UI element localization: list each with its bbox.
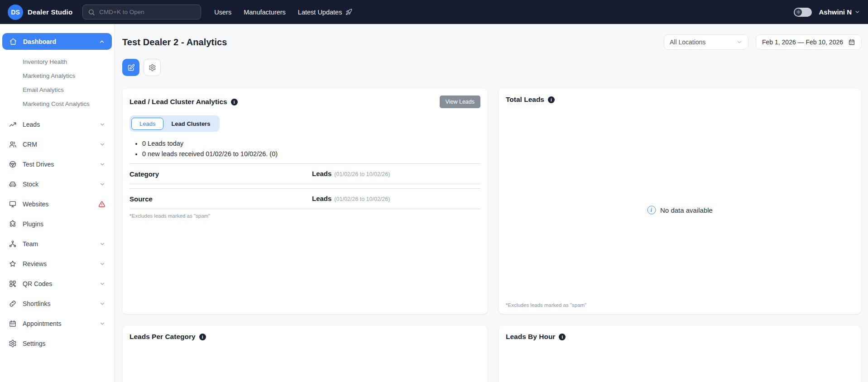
- cards-grid: Lead / Lead Cluster Analytics i View Lea…: [122, 88, 862, 382]
- empty-state-text: No data available: [660, 206, 713, 214]
- info-icon[interactable]: i: [199, 334, 206, 340]
- warning-triangle-icon: [98, 201, 106, 208]
- sidebar-item-appointments[interactable]: Appointments: [0, 314, 114, 334]
- sidebar-item-dashboard[interactable]: Dashboard: [2, 33, 112, 50]
- sidebar-item-label: Dashboard: [23, 38, 56, 45]
- trending-up-icon: [9, 120, 17, 129]
- column-header-leads: Leads: [312, 170, 331, 177]
- leads-per-category-card: Leads Per Category i: [122, 325, 488, 382]
- sidebar-item-crm[interactable]: CRM: [0, 134, 114, 154]
- sidebar-item-marketing-cost-analytics[interactable]: Marketing Cost Analytics: [0, 97, 114, 111]
- chevron-down-icon: [99, 301, 106, 307]
- tab-leads[interactable]: Leads: [131, 118, 163, 130]
- qr-code-icon: [9, 280, 17, 288]
- sidebar-item-websites[interactable]: Websites: [0, 194, 114, 214]
- sidebar-item-reviews[interactable]: Reviews: [0, 254, 114, 274]
- info-icon[interactable]: i: [231, 99, 238, 105]
- card-title-text: Lead / Lead Cluster Analytics: [129, 98, 227, 106]
- calendar-icon: [9, 320, 17, 328]
- sidebar-item-label: Appointments: [23, 320, 62, 327]
- theme-toggle[interactable]: [794, 8, 812, 17]
- info-icon[interactable]: i: [559, 334, 566, 340]
- row-header-category: Category: [129, 170, 312, 178]
- location-filter-value: All Locations: [670, 38, 705, 46]
- leads-by-hour-card: Leads By Hour i: [499, 325, 861, 382]
- edit-icon: [127, 64, 135, 72]
- sidebar-item-team[interactable]: Team: [0, 234, 114, 254]
- chevron-down-icon: [99, 121, 106, 128]
- card-title-text: Total Leads: [506, 96, 544, 104]
- dashboard-settings-button[interactable]: [144, 59, 161, 76]
- card-title-text: Leads By Hour: [506, 333, 555, 341]
- chevron-down-icon: [99, 241, 106, 247]
- user-menu[interactable]: Ashwini N: [819, 8, 860, 16]
- chevron-down-icon: [99, 161, 106, 167]
- dashboard-toolbar: [122, 59, 862, 76]
- sidebar-item-label: Test Drives: [23, 161, 54, 168]
- spam-footnote: *Excludes leads marked as "spam": [506, 302, 586, 308]
- nav-link-latest-updates-label: Latest Updates: [298, 9, 342, 16]
- empty-state: i No data available: [647, 206, 713, 215]
- spam-footnote: *Excludes leads marked as "spam": [129, 213, 480, 219]
- sidebar-item-label: Settings: [23, 340, 46, 347]
- info-circle-icon: i: [647, 206, 656, 215]
- app-logo: DS: [8, 5, 23, 20]
- row-value: Leads(01/02/26 to 10/02/26): [312, 170, 390, 178]
- lead-summary-list: 0 Leads today 0 new leads received 01/02…: [142, 140, 480, 158]
- top-navbar: DS Dealer Studio Users Manufacturers Lat…: [0, 0, 868, 24]
- sidebar: Dashboard Inventory Health Marketing Ana…: [0, 24, 115, 382]
- sidebar-item-marketing-analytics[interactable]: Marketing Analytics: [0, 69, 114, 83]
- nav-link-latest-updates[interactable]: Latest Updates: [298, 9, 353, 16]
- lead-summary-item: 0 new leads received 01/02/26 to 10/02/2…: [142, 150, 480, 158]
- nav-link-users[interactable]: Users: [214, 9, 231, 16]
- sidebar-item-email-analytics[interactable]: Email Analytics: [0, 83, 114, 97]
- column-date-range: (01/02/26 to 10/02/26): [334, 171, 390, 177]
- sidebar-item-inventory-health[interactable]: Inventory Health: [0, 55, 114, 69]
- view-leads-button[interactable]: View Leads: [440, 96, 480, 108]
- sidebar-item-test-drives[interactable]: Test Drives: [0, 154, 114, 174]
- sidebar-item-label: Stock: [23, 181, 38, 188]
- main-content: Test Dealer 2 - Analytics All Locations …: [115, 24, 868, 382]
- sidebar-item-label: Shortlinks: [23, 300, 50, 307]
- sidebar-item-label: Websites: [23, 201, 48, 208]
- theme-toggle-knob: [795, 9, 802, 16]
- date-range-value: Feb 1, 2026 — Feb 10, 2026: [762, 38, 843, 46]
- steering-wheel-icon: [9, 160, 17, 168]
- date-range-picker[interactable]: Feb 1, 2026 — Feb 10, 2026: [756, 34, 862, 50]
- chevron-up-icon: [99, 38, 105, 45]
- sidebar-item-qr-codes[interactable]: QR Codes: [0, 274, 114, 294]
- team-network-icon: [9, 240, 17, 248]
- calendar-icon: [848, 38, 855, 46]
- monitor-icon: [9, 200, 17, 208]
- edit-dashboard-button[interactable]: [122, 59, 139, 76]
- info-icon[interactable]: i: [548, 96, 555, 103]
- car-icon: [9, 180, 17, 188]
- sidebar-item-shortlinks[interactable]: Shortlinks: [0, 294, 114, 314]
- chevron-down-icon: [99, 281, 106, 287]
- tab-lead-clusters[interactable]: Lead Clusters: [163, 117, 218, 130]
- header-controls: All Locations Feb 1, 2026 — Feb 10, 2026: [664, 34, 862, 50]
- search-input[interactable]: [99, 9, 196, 15]
- chevron-down-icon: [99, 181, 106, 187]
- rocket-icon: [345, 9, 352, 15]
- lead-tabs: Leads Lead Clusters: [129, 115, 220, 132]
- nav-link-manufacturers[interactable]: Manufacturers: [244, 9, 286, 16]
- link-icon: [9, 300, 17, 308]
- sidebar-item-label: Reviews: [23, 260, 47, 267]
- location-filter-select[interactable]: All Locations: [664, 34, 748, 50]
- sidebar-item-leads[interactable]: Leads: [0, 115, 114, 134]
- gear-icon: [149, 64, 156, 72]
- star-icon: [9, 260, 17, 268]
- sidebar-item-stock[interactable]: Stock: [0, 174, 114, 194]
- chevron-down-icon: [736, 39, 743, 45]
- sidebar-item-plugins[interactable]: Plugins: [0, 214, 114, 234]
- puzzle-icon: [9, 220, 17, 228]
- chevron-down-icon: [99, 141, 106, 148]
- card-title: Leads Per Category i: [129, 333, 480, 341]
- sidebar-item-settings[interactable]: Settings: [0, 334, 114, 353]
- global-search[interactable]: [82, 5, 201, 19]
- home-icon: [9, 38, 17, 46]
- column-header-leads: Leads: [312, 195, 331, 202]
- lead-cluster-analytics-card: Lead / Lead Cluster Analytics i View Lea…: [122, 88, 488, 314]
- column-date-range: (01/02/26 to 10/02/26): [334, 196, 390, 202]
